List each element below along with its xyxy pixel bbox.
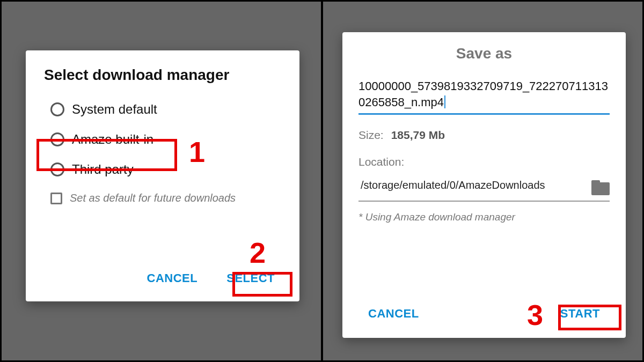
dialog-button-bar: CANCEL SELECT [138, 266, 283, 291]
size-row: Size: 185,79 Mb [358, 129, 610, 142]
radio-label: Third party [72, 162, 134, 177]
location-label: Location: [358, 156, 610, 168]
panel-divider [321, 0, 323, 362]
filename-input[interactable]: 10000000_5739819332709719_72227071131302… [358, 78, 610, 115]
checkbox-icon [50, 193, 62, 204]
save-as-dialog: Save as 10000000_5739819332709719_722270… [342, 32, 626, 338]
radio-icon [50, 132, 64, 146]
start-button[interactable]: START [551, 301, 610, 326]
radio-third-party[interactable]: Third party [50, 162, 281, 177]
radio-icon [50, 102, 64, 116]
dialog-button-bar: CANCEL START [358, 301, 610, 326]
radio-amaze-builtin[interactable]: Amaze built-in [50, 132, 281, 147]
dialog-title: Select download manager [44, 67, 281, 84]
location-path: /storage/emulated/0/AmazeDownloads [361, 178, 582, 193]
select-download-manager-dialog: Select download manager System default A… [26, 50, 299, 301]
location-picker[interactable]: /storage/emulated/0/AmazeDownloads [358, 174, 610, 202]
radio-system-default[interactable]: System default [50, 102, 281, 117]
folder-icon [591, 180, 610, 195]
size-value: 185,79 Mb [391, 129, 445, 142]
radio-icon [50, 162, 64, 176]
manager-note: * Using Amaze download manager [358, 211, 610, 223]
text-caret-icon [444, 95, 445, 108]
cancel-button[interactable]: CANCEL [138, 266, 207, 291]
radio-label: Amaze built-in [72, 132, 153, 147]
size-label: Size: [358, 129, 384, 142]
select-button[interactable]: SELECT [218, 266, 283, 291]
cancel-button[interactable]: CANCEL [358, 301, 429, 326]
checkbox-label: Set as default for future downloads [70, 192, 236, 204]
radio-label: System default [72, 102, 157, 117]
filename-value: 10000000_5739819332709719_72227071131302… [358, 79, 608, 109]
set-as-default-checkbox[interactable]: Set as default for future downloads [50, 192, 281, 204]
dialog-title: Save as [358, 45, 610, 62]
